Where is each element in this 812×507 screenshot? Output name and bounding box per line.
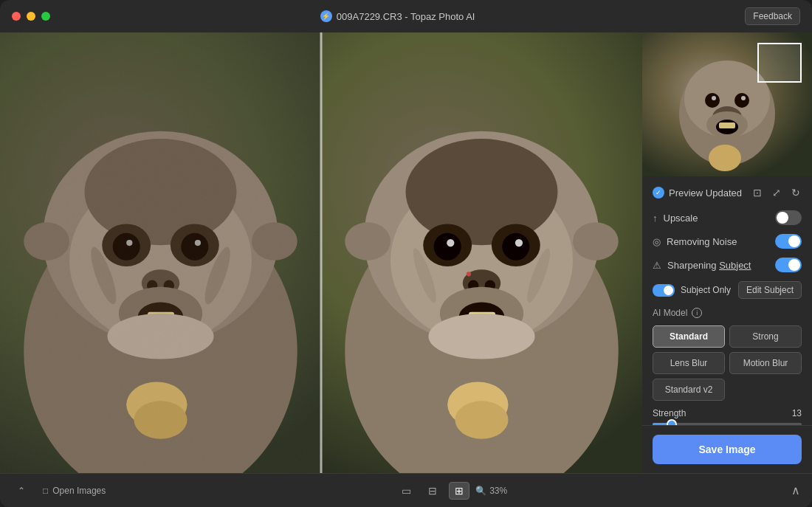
close-button[interactable] xyxy=(12,12,21,21)
title-bar: ⚡ 009A7229.CR3 - Topaz Photo AI Feedback xyxy=(0,0,812,32)
single-view-button[interactable]: ▭ xyxy=(396,482,416,500)
zoom-display: 🔍 33% xyxy=(475,486,507,496)
minimize-button[interactable] xyxy=(27,12,35,21)
zoom-icon: 🔍 xyxy=(475,486,486,496)
bottom-left: ⌃ □ Open Images xyxy=(12,483,111,499)
subject-only-label: Subject Only xyxy=(681,285,732,295)
upscale-label: Upscale xyxy=(664,213,698,224)
sharpening-subject-text: Subject xyxy=(719,260,751,271)
folder-icon: □ xyxy=(43,486,48,496)
svg-point-56 xyxy=(734,93,749,108)
bottom-bar: ⌃ □ Open Images ▭ ⊟ ⊞ 🔍 33% ∧ xyxy=(0,473,812,507)
svg-point-36 xyxy=(434,233,461,261)
controls-area: Preview Updated ⊡ ⤢ ↻ ↑ Upscale ◎ xyxy=(642,176,812,425)
svg-point-38 xyxy=(447,239,454,246)
open-images-label: Open Images xyxy=(52,486,106,496)
removing-noise-label: Removing Noise xyxy=(667,236,737,247)
subject-only-toggle[interactable] xyxy=(653,284,675,297)
preview-status-icon xyxy=(653,187,664,199)
svg-point-37 xyxy=(502,233,529,261)
bottom-center: ▭ ⊟ ⊞ 🔍 33% xyxy=(396,482,507,500)
preview-actions: ⊡ ⤢ ↻ xyxy=(751,185,802,200)
collapse-button[interactable]: ⌃ xyxy=(12,483,31,499)
save-image-button[interactable]: Save Image xyxy=(653,435,802,464)
image-area xyxy=(0,32,642,473)
thumbnail-selection-box[interactable] xyxy=(757,43,802,83)
svg-point-55 xyxy=(705,93,720,108)
strength-value: 13 xyxy=(792,408,802,418)
feedback-button[interactable]: Feedback xyxy=(745,7,800,25)
ai-model-info-icon[interactable]: i xyxy=(692,308,702,318)
strength-header: Strength 13 xyxy=(653,408,802,418)
model-grid: Standard Strong Lens Blur Motion Blur St… xyxy=(653,325,802,401)
strength-section: Strength 13 xyxy=(653,408,802,425)
svg-point-30 xyxy=(345,222,390,260)
side-by-side-button[interactable]: ⊞ xyxy=(449,482,469,500)
maximize-button[interactable] xyxy=(41,12,50,21)
upscale-toggle[interactable] xyxy=(775,210,802,225)
svg-point-63 xyxy=(709,145,741,171)
save-area: Save Image xyxy=(642,425,812,473)
sharpening-toggle[interactable] xyxy=(775,258,802,272)
sharpening-icon: ⚠ xyxy=(653,260,661,271)
subject-only-row: Subject Only Edit Subject xyxy=(653,281,802,299)
crop-icon-button[interactable]: ⊡ xyxy=(751,185,763,200)
open-images-button[interactable]: □ Open Images xyxy=(37,483,111,499)
svg-point-48 xyxy=(455,401,508,438)
expand-button[interactable]: ∧ xyxy=(791,483,800,497)
ai-model-header: AI Model i xyxy=(653,308,802,318)
edit-subject-button[interactable]: Edit Subject xyxy=(738,281,802,299)
svg-rect-62 xyxy=(719,123,735,128)
svg-point-46 xyxy=(428,314,534,359)
svg-point-39 xyxy=(515,239,523,246)
traffic-lights xyxy=(12,12,50,21)
svg-rect-25 xyxy=(0,32,321,473)
sharpening-label: Sharpening Subject xyxy=(667,260,751,271)
fullscreen-icon-button[interactable]: ⤢ xyxy=(771,185,782,200)
svg-point-57 xyxy=(712,96,716,100)
model-motion-blur-button[interactable]: Motion Blur xyxy=(729,352,802,374)
left-image-panel xyxy=(0,32,321,473)
compare-split-button[interactable]: ⊟ xyxy=(422,482,443,500)
strength-slider-track[interactable] xyxy=(653,423,802,425)
preview-status-row: Preview Updated ⊡ ⤢ ↻ xyxy=(653,185,802,200)
svg-point-58 xyxy=(741,96,746,100)
title-center: ⚡ 009A7229.CR3 - Topaz Photo AI xyxy=(320,10,475,22)
model-standard-button[interactable]: Standard xyxy=(653,325,725,348)
sync-icon-button[interactable]: ↻ xyxy=(790,185,802,200)
removing-noise-row: ◎ Removing Noise xyxy=(653,234,802,249)
original-image xyxy=(0,32,321,473)
strength-label: Strength xyxy=(653,408,686,418)
upscale-icon: ↑ xyxy=(653,213,658,224)
removing-noise-label-group: ◎ Removing Noise xyxy=(653,236,737,247)
svg-point-31 xyxy=(573,222,619,260)
right-image-panel xyxy=(321,32,642,473)
bottom-right: ∧ xyxy=(791,483,800,497)
model-strong-button[interactable]: Strong xyxy=(729,325,802,348)
sharpening-label-group: ⚠ Sharpening Subject xyxy=(653,260,751,271)
model-standard-v2-button[interactable]: Standard v2 xyxy=(653,379,725,401)
upscale-label-group: ↑ Upscale xyxy=(653,213,698,224)
thumbnail-area xyxy=(642,32,812,176)
window-title: 009A7229.CR3 - Topaz Photo AI xyxy=(337,11,475,22)
processed-image xyxy=(321,32,642,473)
right-panel: Preview Updated ⊡ ⤢ ↻ ↑ Upscale ◎ xyxy=(642,32,812,473)
zoom-level: 33% xyxy=(489,486,507,496)
svg-point-33 xyxy=(406,139,558,245)
removing-noise-toggle[interactable] xyxy=(775,234,802,249)
ai-model-label: AI Model xyxy=(653,308,687,318)
preview-status-text: Preview Updated xyxy=(669,187,747,199)
model-lens-blur-button[interactable]: Lens Blur xyxy=(653,352,725,374)
noise-icon: ◎ xyxy=(653,236,661,247)
upscale-row: ↑ Upscale xyxy=(653,210,802,225)
main-content: Preview Updated ⊡ ⤢ ↻ ↑ Upscale ◎ xyxy=(0,32,812,473)
svg-point-51 xyxy=(467,272,471,276)
strength-slider-thumb[interactable] xyxy=(667,419,677,425)
sharpening-row: ⚠ Sharpening Subject xyxy=(653,258,802,272)
split-handle[interactable] xyxy=(320,32,323,473)
collapse-icon: ⌃ xyxy=(18,486,25,496)
app-icon: ⚡ xyxy=(320,10,332,22)
